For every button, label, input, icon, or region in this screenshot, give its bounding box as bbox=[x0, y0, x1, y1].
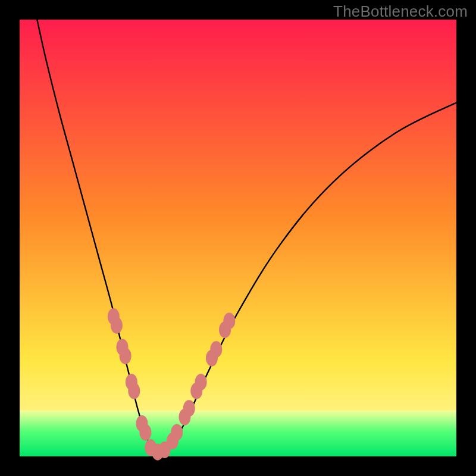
bead-marker bbox=[210, 341, 222, 358]
outer-frame: TheBottleneck.com bbox=[0, 0, 476, 476]
bead-marker bbox=[171, 424, 183, 441]
bead-markers bbox=[108, 308, 236, 461]
bead-marker bbox=[139, 424, 151, 441]
watermark-text: TheBottleneck.com bbox=[333, 2, 468, 21]
bottleneck-curve bbox=[37, 20, 456, 452]
bead-marker bbox=[223, 312, 235, 329]
bead-marker bbox=[120, 347, 131, 364]
curve-layer bbox=[20, 20, 456, 456]
bead-marker bbox=[195, 374, 207, 390]
bead-marker bbox=[128, 383, 140, 399]
bead-marker bbox=[111, 317, 123, 334]
bead-marker bbox=[183, 400, 195, 416]
